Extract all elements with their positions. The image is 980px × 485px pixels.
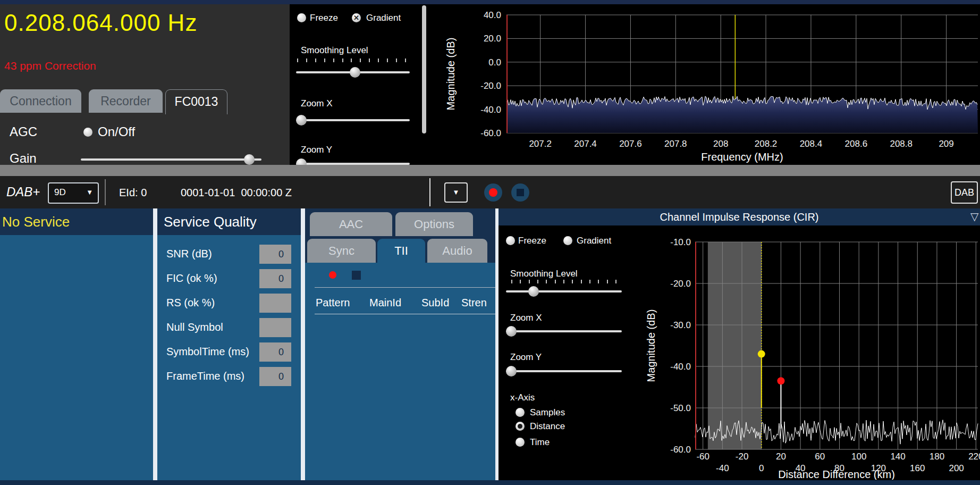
agc-radio[interactable] bbox=[83, 128, 92, 137]
slider-thumb[interactable] bbox=[350, 67, 360, 78]
cir-smoothing-slider[interactable] bbox=[506, 286, 622, 297]
channel-dropdown[interactable]: 9D ▼ bbox=[48, 182, 99, 204]
sq-row-value: 0 bbox=[259, 269, 291, 288]
spectrum-freeze-label: Freeze bbox=[310, 13, 338, 23]
gain-slider-track[interactable] bbox=[81, 158, 261, 161]
tii-col-strength[interactable]: Stren bbox=[461, 297, 487, 309]
slider-tick-marks bbox=[297, 58, 406, 62]
spectrum-freeze-radio[interactable]: ✕ bbox=[297, 13, 306, 22]
tab-sync-label: Sync bbox=[328, 244, 354, 257]
slider-track[interactable] bbox=[506, 290, 622, 292]
svg-text:208.2: 208.2 bbox=[755, 139, 778, 149]
slider-track[interactable] bbox=[506, 330, 622, 332]
stop-button[interactable] bbox=[511, 183, 529, 202]
svg-text:100: 100 bbox=[851, 451, 866, 462]
svg-text:-20: -20 bbox=[736, 451, 749, 462]
spectrum-plot[interactable]: 40.020.00.0-20.0-40.0-60.0207.2207.4207.… bbox=[426, 4, 980, 165]
channel-value: 9D bbox=[54, 187, 66, 198]
tab-sync[interactable]: Sync bbox=[307, 239, 376, 263]
svg-text:208.6: 208.6 bbox=[845, 139, 868, 149]
panel-divider[interactable] bbox=[301, 208, 305, 480]
svg-text:60: 60 bbox=[815, 451, 825, 462]
svg-text:Magnitude (dB): Magnitude (dB) bbox=[445, 38, 457, 111]
svg-text:40.0: 40.0 bbox=[484, 10, 501, 20]
x-axis-time-radio[interactable] bbox=[516, 438, 525, 447]
x-axis-distance-label: Distance bbox=[530, 421, 565, 432]
tab-aac[interactable]: AAC bbox=[310, 212, 392, 236]
spectrum-smoothing-label: Smoothing Level bbox=[301, 45, 368, 56]
svg-text:20: 20 bbox=[776, 451, 786, 462]
sq-row-label: RS (ok %) bbox=[166, 297, 215, 309]
tab-audio[interactable]: Audio bbox=[427, 239, 487, 263]
tab-tii[interactable]: TII bbox=[377, 239, 425, 263]
cir-zoom-y-label: Zoom Y bbox=[510, 352, 542, 363]
spectrum-zoom-x-label: Zoom X bbox=[301, 98, 333, 109]
svg-text:-30.0: -30.0 bbox=[670, 320, 691, 330]
spectrum-zoom-y-label: Zoom Y bbox=[301, 145, 332, 155]
cir-plot[interactable]: -10.0-20.0-30.0-40.0-50.0-60.0-60-40-200… bbox=[627, 225, 980, 480]
cir-freeze-radio[interactable] bbox=[506, 236, 515, 245]
cir-gradient-checkbox[interactable] bbox=[563, 236, 572, 245]
svg-text:-40: -40 bbox=[716, 463, 729, 473]
record-button[interactable] bbox=[484, 183, 502, 202]
tii-col-mainid[interactable]: MainId bbox=[369, 297, 401, 309]
sq-row-value: 0 bbox=[259, 342, 291, 362]
tab-connection-label: Connection bbox=[10, 94, 71, 108]
slider-tick-marks bbox=[511, 280, 616, 283]
gain-slider-thumb[interactable] bbox=[244, 154, 255, 165]
svg-text:220: 220 bbox=[968, 451, 980, 462]
expander-triangle-icon[interactable]: ▽ bbox=[970, 210, 978, 223]
svg-text:209: 209 bbox=[939, 139, 953, 149]
divider bbox=[105, 179, 106, 205]
x-axis-samples-radio[interactable] bbox=[516, 408, 525, 417]
svg-text:20.0: 20.0 bbox=[484, 34, 501, 44]
divider bbox=[429, 178, 430, 206]
svg-text:-60.0: -60.0 bbox=[670, 445, 691, 455]
sq-row-value: 0 bbox=[259, 245, 291, 264]
record-indicator-icon[interactable] bbox=[329, 271, 336, 279]
expand-button[interactable]: ▼ bbox=[444, 182, 468, 203]
tab-fc0013[interactable]: FC0013 bbox=[165, 89, 227, 114]
spectrum-gradient-label: Gradient bbox=[366, 13, 401, 23]
svg-text:180: 180 bbox=[930, 451, 944, 462]
spectrum-gradient-checkbox[interactable]: ✕ bbox=[352, 13, 361, 22]
slider-track[interactable] bbox=[296, 119, 410, 121]
tab-audio-label: Audio bbox=[442, 244, 472, 257]
service-status-label: No Service bbox=[2, 208, 70, 235]
tab-connection[interactable]: Connection bbox=[0, 89, 81, 113]
slider-thumb[interactable] bbox=[296, 115, 307, 126]
spectrum-zoom-x-slider[interactable] bbox=[296, 115, 410, 126]
cir-zoom-x-slider[interactable] bbox=[506, 326, 622, 337]
svg-text:-20.0: -20.0 bbox=[480, 81, 501, 91]
tii-col-pattern[interactable]: Pattern bbox=[316, 297, 350, 309]
divider bbox=[315, 287, 495, 288]
cir-zoom-y-slider[interactable] bbox=[506, 366, 622, 377]
tab-recorder[interactable]: Recorder bbox=[89, 89, 163, 113]
tab-options[interactable]: Options bbox=[395, 212, 473, 236]
tii-col-subid[interactable]: SubId bbox=[421, 297, 449, 309]
frequency-display: 0.208.064.000 Hz bbox=[4, 10, 197, 36]
gain-slider[interactable] bbox=[81, 154, 261, 165]
service-quality-title: Service Quality bbox=[164, 208, 257, 235]
tuner-panel: 0.208.064.000 Hz 43 ppm Correction Conne… bbox=[0, 4, 290, 165]
tab-tii-label: TII bbox=[394, 244, 408, 257]
horizontal-splitter[interactable] bbox=[0, 165, 980, 176]
panel-divider[interactable] bbox=[153, 208, 157, 480]
spectrum-smoothing-slider[interactable] bbox=[296, 67, 410, 78]
slider-track[interactable] bbox=[506, 370, 622, 372]
slider-thumb[interactable] bbox=[528, 286, 539, 297]
timestamp-label: 0001-01-01 00:00:00 Z bbox=[181, 187, 292, 199]
window-bottom-bar bbox=[0, 480, 980, 485]
service-quality-panel: Service Quality SNR (dB) 0 FIC (ok %) 0 … bbox=[157, 208, 301, 480]
slider-thumb[interactable] bbox=[506, 366, 517, 377]
x-axis-distance-radio[interactable] bbox=[516, 422, 525, 431]
dab-output-label: DAB bbox=[954, 187, 974, 198]
slider-thumb[interactable] bbox=[506, 326, 517, 337]
mode-label: DAB+ bbox=[6, 185, 40, 199]
controls-scrollbar[interactable] bbox=[422, 5, 426, 133]
svg-text:160: 160 bbox=[910, 463, 925, 473]
stop-indicator-icon[interactable] bbox=[352, 271, 361, 280]
sq-row-value: 0 bbox=[259, 367, 291, 386]
x-icon: ✕ bbox=[352, 13, 361, 22]
dab-output-button[interactable]: DAB bbox=[951, 181, 978, 204]
